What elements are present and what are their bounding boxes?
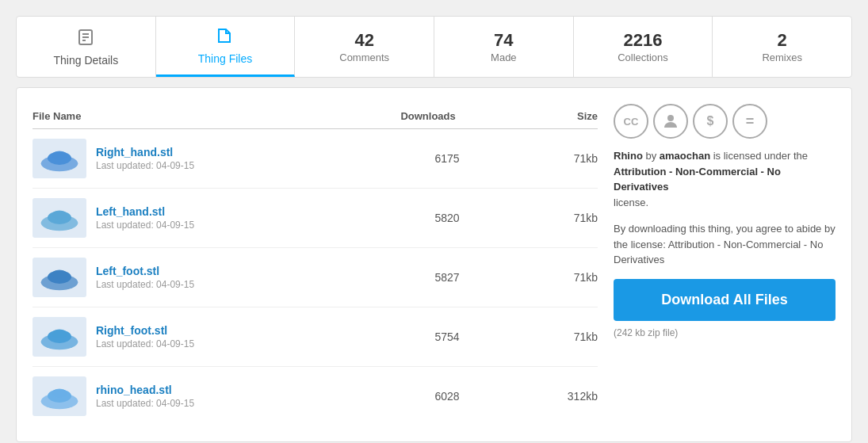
tab-thing-details[interactable]: Thing Details <box>17 17 156 77</box>
file-updated: Last updated: 04-09-15 <box>96 338 397 349</box>
license-icons: CC $ = <box>614 104 835 139</box>
main-content: File Name Downloads Size Right_hand.stl … <box>16 87 852 442</box>
file-list: File Name Downloads Size Right_hand.stl … <box>33 104 598 426</box>
svg-point-18 <box>52 388 67 398</box>
file-table-header: File Name Downloads Size <box>33 104 598 129</box>
file-downloads: 5820 <box>397 212 498 224</box>
table-row: Left_hand.stl Last updated: 04-09-15 582… <box>33 189 598 248</box>
file-updated: Last updated: 04-09-15 <box>96 220 397 231</box>
header-filename: File Name <box>33 110 372 122</box>
file-name[interactable]: rhino_head.stl <box>96 384 397 396</box>
tab-comments[interactable]: 42 Comments <box>295 17 434 77</box>
file-rows-container: Right_hand.stl Last updated: 04-09-15 61… <box>33 129 598 426</box>
file-thumbnail <box>33 376 86 416</box>
file-downloads: 6175 <box>397 152 498 165</box>
tab-made[interactable]: 74 Made <box>434 17 574 77</box>
tab-collections[interactable]: 2216 Collections <box>574 17 713 77</box>
file-updated: Last updated: 04-09-15 <box>96 279 397 290</box>
download-all-button[interactable]: Download All Files <box>614 279 835 321</box>
file-size: 312kb <box>497 390 598 403</box>
table-row: Right_hand.stl Last updated: 04-09-15 61… <box>33 129 598 189</box>
license-thing-name: Rhino <box>614 150 643 162</box>
file-info: Right_foot.stl Last updated: 04-09-15 <box>96 324 397 349</box>
collections-count: 2216 <box>624 30 663 51</box>
remixes-label: Remixes <box>762 52 802 63</box>
file-info: Right_hand.stl Last updated: 04-09-15 <box>96 146 397 171</box>
zip-info: (242 kb zip file) <box>614 327 835 338</box>
thing-details-icon <box>76 28 95 51</box>
svg-point-9 <box>52 210 67 220</box>
cc-icon: CC <box>614 104 648 139</box>
comments-count: 42 <box>354 30 373 51</box>
download-info-text: By downloading this thing, you agree to … <box>614 221 835 268</box>
table-row: Left_foot.stl Last updated: 04-09-15 582… <box>33 248 598 307</box>
file-size: 71kb <box>497 152 598 165</box>
comments-label: Comments <box>339 52 389 63</box>
header-size: Size <box>484 110 598 122</box>
file-size: 71kb <box>497 212 598 224</box>
remixes-count: 2 <box>778 30 787 51</box>
file-thumbnail <box>33 198 86 238</box>
file-name[interactable]: Left_hand.stl <box>96 205 397 218</box>
svg-point-19 <box>667 115 674 121</box>
file-downloads: 5827 <box>397 271 498 284</box>
nc-icon: $ <box>693 104 728 139</box>
tab-thing-files[interactable]: Thing Files <box>156 17 296 77</box>
file-downloads: 5754 <box>397 330 498 343</box>
license-name: Attribution - Non-Commercial - No Deriva… <box>614 166 781 193</box>
tab-thing-files-label: Thing Files <box>198 52 252 65</box>
file-updated: Last updated: 04-09-15 <box>96 160 397 171</box>
license-text-3: license. <box>614 197 648 208</box>
svg-point-6 <box>52 151 67 160</box>
license-author: amaochan <box>660 150 710 162</box>
file-thumbnail <box>33 317 86 357</box>
license-text: Rhino by amaochan is licensed under the … <box>614 148 835 210</box>
by-icon <box>653 104 688 139</box>
tabs-container: Thing Details Thing Files 42 Comments 74… <box>16 16 852 78</box>
file-name[interactable]: Right_hand.stl <box>96 146 397 158</box>
file-size: 71kb <box>497 271 598 284</box>
sidebar: CC $ = Rhino by amaochan is licensed und… <box>614 104 835 426</box>
file-info: Left_foot.stl Last updated: 04-09-15 <box>96 265 397 290</box>
tab-thing-details-label: Thing Details <box>53 54 118 67</box>
made-count: 74 <box>494 30 513 51</box>
table-row: rhino_head.stl Last updated: 04-09-15 60… <box>33 367 598 426</box>
file-info: rhino_head.stl Last updated: 04-09-15 <box>96 384 397 409</box>
table-row: Right_foot.stl Last updated: 04-09-15 57… <box>33 307 598 367</box>
svg-point-12 <box>52 269 67 279</box>
header-downloads: Downloads <box>372 110 485 122</box>
made-label: Made <box>491 52 517 63</box>
file-thumbnail <box>33 258 86 297</box>
file-name[interactable]: Left_foot.stl <box>96 265 397 277</box>
license-by-text: by <box>645 150 659 162</box>
thing-files-icon <box>216 26 235 49</box>
file-updated: Last updated: 04-09-15 <box>96 398 397 409</box>
tab-remixes[interactable]: 2 Remixes <box>713 17 851 77</box>
file-name[interactable]: Right_foot.stl <box>96 324 397 337</box>
file-thumbnail <box>33 139 86 178</box>
svg-point-15 <box>52 329 67 338</box>
file-info: Left_hand.stl Last updated: 04-09-15 <box>96 205 397 231</box>
license-text-2: is licensed under the <box>713 150 808 162</box>
collections-label: Collections <box>618 52 668 63</box>
nd-icon: = <box>732 104 767 139</box>
file-downloads: 6028 <box>397 390 498 403</box>
file-size: 71kb <box>497 330 598 343</box>
